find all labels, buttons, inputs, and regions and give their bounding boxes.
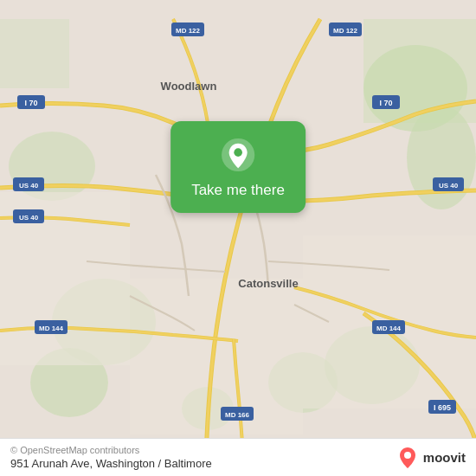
take-me-there-label: Take me there — [191, 182, 285, 199]
svg-text:I 70: I 70 — [24, 99, 37, 107]
copyright-text: © OpenStreetMap contributors — [10, 445, 212, 455]
svg-text:Catonsville: Catonsville — [238, 277, 298, 290]
svg-text:US 40: US 40 — [439, 182, 459, 190]
svg-text:MD 144: MD 144 — [39, 325, 64, 332]
svg-point-39 — [234, 148, 242, 157]
svg-text:Woodlawn: Woodlawn — [161, 80, 217, 93]
svg-point-40 — [404, 452, 411, 459]
take-me-there-card[interactable]: Take me there — [170, 121, 306, 213]
svg-text:I 695: I 695 — [434, 403, 451, 412]
location-pin-icon — [220, 137, 256, 173]
moovit-text: moovit — [423, 450, 466, 465]
map-container: I 70 I 70 US 40 US 40 US 40 MD 122 MD 12… — [0, 0, 476, 476]
moovit-logo-icon — [396, 446, 420, 470]
svg-rect-10 — [0, 19, 69, 88]
svg-text:MD 122: MD 122 — [176, 27, 201, 35]
moovit-logo: moovit — [396, 446, 466, 470]
svg-text:US 40: US 40 — [19, 182, 39, 190]
info-bar: © OpenStreetMap contributors 951 Arunah … — [0, 438, 476, 476]
map-background: I 70 I 70 US 40 US 40 US 40 MD 122 MD 12… — [0, 0, 476, 476]
svg-text:US 40: US 40 — [19, 214, 39, 222]
svg-text:MD 166: MD 166 — [225, 411, 250, 419]
svg-text:MD 122: MD 122 — [333, 27, 358, 35]
svg-text:MD 144: MD 144 — [376, 325, 402, 332]
svg-text:I 70: I 70 — [379, 99, 392, 107]
svg-rect-12 — [130, 279, 303, 434]
address-text: 951 Arunah Ave, Washington / Baltimore — [10, 457, 212, 470]
